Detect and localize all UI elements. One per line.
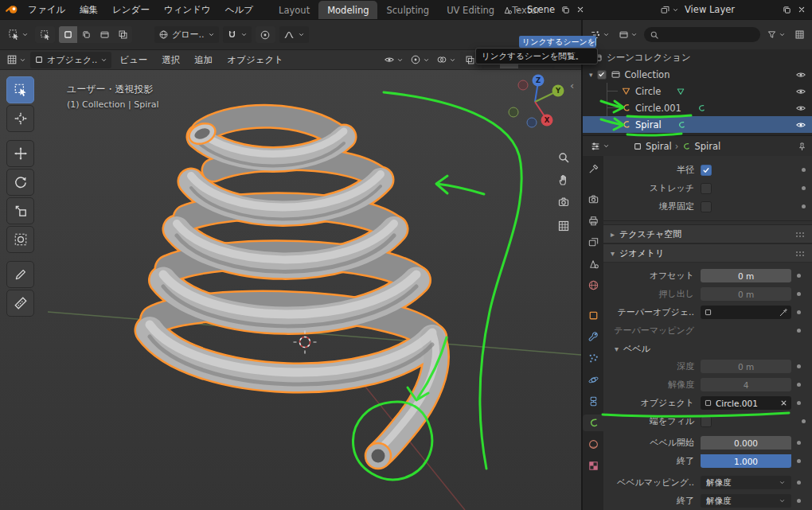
active-tool-dropdown[interactable] [6, 29, 31, 41]
outliner-row-circle-001[interactable]: Circle.001 [583, 99, 812, 116]
navigation-gizmo[interactable]: Z Y X [495, 73, 578, 140]
tab-particles[interactable] [583, 350, 603, 367]
ortho-toggle-button[interactable] [554, 216, 573, 236]
axis-neg-x[interactable] [518, 80, 528, 90]
hide-toggle[interactable] [795, 85, 806, 97]
filter-dropdown[interactable] [764, 29, 788, 40]
decorator-dot[interactable] [796, 168, 810, 172]
tab-object[interactable] [583, 307, 603, 324]
tab-sculpting[interactable]: Sculpting [377, 1, 438, 19]
tool-measure[interactable] [6, 290, 34, 317]
offset-field[interactable]: 0 m [701, 269, 791, 282]
tab-modifiers[interactable] [583, 329, 603, 345]
bounds-checkbox[interactable] [701, 201, 712, 212]
browse-view-layer-button[interactable] [658, 5, 681, 15]
tab-object-data[interactable] [583, 415, 603, 431]
resolution-field[interactable]: 4 [701, 378, 791, 391]
menu-object[interactable]: オブジェクト [221, 50, 290, 69]
new-view-layer-button[interactable] [779, 5, 794, 15]
panel-texture-space[interactable]: ▸ テクスチャ空間 [603, 224, 812, 243]
decorator-dot[interactable] [796, 419, 810, 423]
tool-transform[interactable] [6, 226, 34, 253]
menu-window[interactable]: ウィンドウ [157, 0, 218, 19]
decorator-dot[interactable] [791, 364, 806, 368]
menu-add[interactable]: 追加 [188, 50, 219, 69]
radius-checkbox[interactable] [701, 165, 712, 176]
browse-scene-button[interactable] [500, 5, 524, 15]
decorator-dot[interactable] [796, 186, 810, 190]
snapping-dropdown[interactable] [223, 26, 252, 43]
mode-dropdown[interactable]: オブジェク.. [30, 52, 111, 68]
axis-pos-z[interactable]: Z [533, 75, 545, 87]
display-mode-dropdown[interactable] [616, 29, 640, 40]
tab-view-layer[interactable] [583, 234, 603, 251]
expander-icon[interactable]: ▾ [589, 71, 593, 79]
tab-scene[interactable] [583, 255, 603, 272]
decorator-dot[interactable] [791, 274, 806, 278]
sidebar-collapse-arrow[interactable]: ‹ [570, 80, 574, 91]
outliner-options-button[interactable] [792, 29, 807, 40]
fill-caps-checkbox[interactable] [701, 416, 712, 427]
overlays-dropdown[interactable] [434, 54, 459, 65]
tool-move[interactable] [6, 140, 34, 167]
tab-constraints[interactable] [583, 393, 603, 410]
tool-select-box[interactable] [6, 76, 34, 103]
blender-logo-icon[interactable] [5, 2, 19, 17]
viewport-3d[interactable]: ユーザー・透視投影 (1) Collection | Spiral [0, 70, 581, 510]
decorator-dot[interactable] [791, 310, 806, 314]
hide-toggle[interactable] [795, 102, 806, 114]
breadcrumb-data[interactable]: Spiral [694, 141, 720, 152]
tab-modeling[interactable]: Modeling [318, 1, 377, 19]
new-scene-button[interactable] [558, 5, 573, 15]
tool-annotate[interactable] [6, 261, 34, 288]
axis-pos-x[interactable]: X [541, 115, 553, 127]
tab-physics[interactable] [583, 372, 603, 388]
menu-help[interactable]: ヘルプ [218, 0, 260, 19]
menu-view[interactable]: ビュー [113, 50, 154, 69]
editor-type-dropdown[interactable] [4, 54, 29, 65]
menu-edit[interactable]: 編集 [72, 0, 105, 19]
bevel-start-field[interactable]: 0.000 [701, 436, 791, 450]
hide-toggle[interactable] [795, 68, 806, 80]
zoom-button[interactable] [554, 148, 573, 167]
pin-button[interactable] [797, 141, 807, 152]
hovered-button-highlight[interactable]: リンクするシーンを閲覧 [519, 36, 596, 48]
decorator-dot[interactable] [791, 499, 806, 503]
gizmos-dropdown[interactable] [408, 54, 432, 65]
decorator-dot[interactable] [791, 441, 806, 445]
menu-select[interactable]: 選択 [155, 50, 186, 69]
pan-button[interactable] [554, 170, 573, 189]
mapping-end-dropdown[interactable]: 解像度 [701, 494, 791, 508]
menu-render[interactable]: レンダー [105, 0, 157, 19]
transform-orientation-dropdown[interactable]: グロー.. [154, 26, 219, 43]
visibility-dropdown[interactable] [381, 54, 406, 65]
taper-object-field[interactable] [701, 306, 791, 319]
depth-field[interactable]: 0 m [701, 360, 791, 373]
select-mode-extend[interactable] [77, 26, 96, 43]
tweak-tool-button[interactable] [35, 26, 55, 43]
decorator-dot[interactable] [791, 459, 806, 463]
tool-scale[interactable] [6, 197, 34, 224]
outliner-row-collection[interactable]: ▾ Collection [583, 66, 812, 83]
eyedropper-icon[interactable] [779, 308, 788, 317]
bevel-end-field[interactable]: 1.000 [701, 454, 791, 468]
camera-view-button[interactable] [554, 193, 573, 212]
decorator-dot[interactable] [796, 204, 810, 208]
scene-name[interactable]: Scene [524, 4, 558, 15]
panel-geometry[interactable]: ▾ ジオメトリ [603, 243, 812, 263]
view-layer-name[interactable]: View Layer [681, 4, 738, 15]
outliner-search[interactable] [644, 27, 760, 42]
tab-uv-editing[interactable]: UV Editing [438, 1, 503, 19]
select-mode-set[interactable] [59, 26, 77, 43]
tab-texture[interactable] [583, 457, 603, 474]
decorator-dot[interactable] [791, 481, 806, 485]
decorator-dot[interactable] [791, 292, 806, 296]
decorator-dot[interactable] [791, 329, 806, 333]
axis-neg-z[interactable] [527, 118, 537, 127]
tool-rotate[interactable] [6, 169, 34, 196]
hide-toggle[interactable] [795, 119, 806, 130]
properties-editor-dropdown[interactable] [588, 141, 612, 152]
tab-layout[interactable]: Layout [270, 1, 318, 19]
decorator-dot[interactable] [791, 383, 806, 387]
tab-output[interactable] [583, 212, 603, 229]
